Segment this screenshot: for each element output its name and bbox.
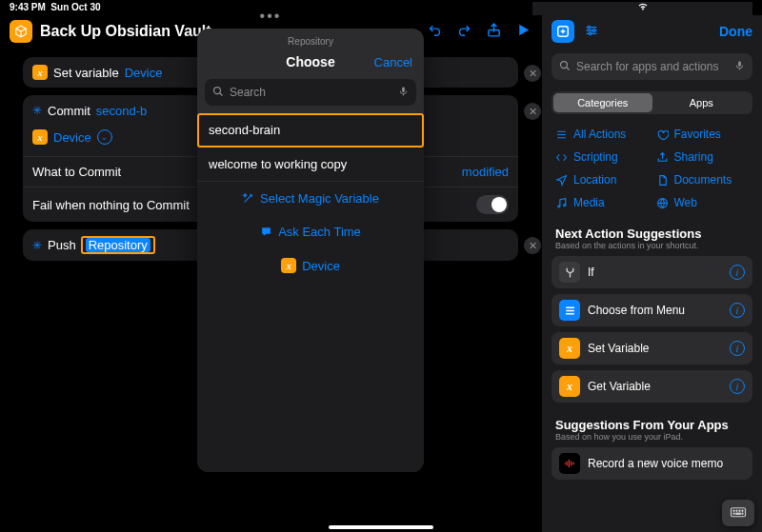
repository-param[interactable]: Repository bbox=[86, 238, 150, 252]
device-param[interactable]: Device bbox=[53, 130, 91, 145]
variable-picker-popover: Repository Choose Cancel second-brain we… bbox=[197, 29, 424, 472]
search-icon bbox=[212, 86, 224, 100]
svg-point-17 bbox=[733, 513, 734, 514]
action-label: Set variable bbox=[53, 66, 119, 80]
svg-point-14 bbox=[736, 510, 737, 511]
svg-point-7 bbox=[561, 61, 568, 68]
mic-icon[interactable] bbox=[398, 85, 409, 101]
status-bar: 9:43 PM Sun Oct 30 81% bbox=[0, 0, 762, 15]
suggestion-get-variable[interactable]: x Get Variable i bbox=[551, 370, 752, 403]
sidebar-header: Done bbox=[542, 15, 762, 48]
svg-rect-12 bbox=[732, 508, 746, 517]
share-button[interactable] bbox=[486, 22, 502, 42]
fail-when-nothing-label: Fail when nothing to Commit bbox=[32, 198, 190, 212]
info-icon[interactable]: i bbox=[730, 303, 745, 318]
svg-point-6 bbox=[589, 32, 592, 35]
voice-memo-icon bbox=[559, 453, 580, 474]
menu-icon bbox=[559, 300, 580, 321]
info-icon[interactable]: i bbox=[730, 265, 745, 280]
home-indicator[interactable] bbox=[329, 525, 433, 529]
search-input[interactable] bbox=[230, 86, 392, 99]
svg-point-9 bbox=[558, 205, 560, 207]
next-suggestions-title: Next Action Suggestions bbox=[542, 221, 762, 241]
undo-button[interactable] bbox=[427, 22, 443, 42]
category-favorites[interactable]: Favorites bbox=[656, 128, 750, 141]
app-suggestions-sub: Based on how you use your iPad. bbox=[542, 432, 762, 447]
remove-action-button[interactable]: ✕ bbox=[524, 65, 541, 82]
select-magic-variable[interactable]: Select Magic Variable bbox=[197, 182, 424, 215]
category-scripting[interactable]: Scripting bbox=[555, 150, 649, 164]
chevron-down-icon[interactable]: ⌄ bbox=[97, 129, 112, 145]
variable-icon: x bbox=[281, 258, 296, 273]
remove-action-button[interactable]: ✕ bbox=[524, 103, 541, 120]
category-all-actions[interactable]: All Actions bbox=[555, 128, 649, 141]
wifi-icon bbox=[637, 2, 649, 12]
svg-point-16 bbox=[742, 510, 743, 511]
svg-point-1 bbox=[214, 87, 221, 93]
category-media[interactable]: Media bbox=[555, 196, 649, 209]
run-button[interactable] bbox=[515, 22, 531, 42]
action-label: Push bbox=[48, 238, 76, 252]
svg-point-18 bbox=[742, 513, 743, 514]
redo-button[interactable] bbox=[456, 22, 472, 42]
tab-categories[interactable]: Categories bbox=[553, 93, 652, 112]
fail-toggle[interactable] bbox=[476, 195, 509, 214]
popover-section: Repository bbox=[197, 29, 424, 47]
repo-option-welcome[interactable]: welcome to working copy bbox=[197, 148, 424, 182]
search-icon bbox=[559, 60, 571, 74]
svg-rect-8 bbox=[738, 61, 741, 66]
filter-button[interactable] bbox=[584, 23, 599, 41]
suggestion-if[interactable]: If i bbox=[551, 256, 752, 288]
working-copy-icon: ✳︎ bbox=[32, 239, 42, 252]
variable-icon: x bbox=[32, 129, 48, 145]
svg-rect-2 bbox=[402, 87, 405, 92]
multitask-dots-icon[interactable]: ••• bbox=[260, 8, 282, 25]
svg-point-4 bbox=[588, 26, 591, 29]
suggestion-voice-memo[interactable]: Record a new voice memo bbox=[551, 447, 752, 480]
info-icon[interactable]: i bbox=[730, 341, 745, 356]
repo-param[interactable]: second-b bbox=[96, 104, 147, 118]
done-button[interactable]: Done bbox=[719, 24, 752, 39]
status-time: 9:43 PM bbox=[10, 2, 46, 12]
what-to-commit-label: What to Commit bbox=[32, 165, 121, 179]
sidebar-search[interactable] bbox=[551, 53, 752, 80]
highlighted-param: Repository bbox=[82, 237, 154, 253]
popover-title: Choose bbox=[286, 54, 334, 69]
svg-point-10 bbox=[564, 204, 566, 206]
device-variable[interactable]: x Device bbox=[197, 248, 424, 283]
cancel-button[interactable]: Cancel bbox=[374, 55, 412, 69]
svg-point-5 bbox=[592, 29, 595, 31]
mic-icon[interactable] bbox=[734, 59, 745, 75]
category-sharing[interactable]: Sharing bbox=[656, 150, 750, 164]
svg-point-15 bbox=[739, 510, 740, 511]
category-documents[interactable]: Documents bbox=[656, 173, 750, 187]
working-copy-icon: ✳︎ bbox=[32, 104, 42, 117]
variable-icon: x bbox=[559, 376, 580, 397]
svg-point-13 bbox=[733, 510, 734, 511]
app-suggestions-title: Suggestions From Your Apps bbox=[542, 412, 762, 432]
remove-action-button[interactable]: ✕ bbox=[524, 237, 541, 254]
branch-icon bbox=[559, 262, 580, 283]
what-to-commit-value[interactable]: modified bbox=[462, 165, 509, 179]
svg-rect-19 bbox=[736, 513, 741, 514]
category-location[interactable]: Location bbox=[555, 173, 649, 187]
repo-option-second-brain[interactable]: second-brain bbox=[197, 113, 424, 148]
info-icon[interactable]: i bbox=[730, 379, 745, 394]
status-date: Sun Oct 30 bbox=[50, 2, 100, 12]
action-label: Commit bbox=[48, 104, 90, 118]
shortcut-app-icon bbox=[10, 20, 32, 43]
keyboard-button[interactable] bbox=[722, 500, 754, 526]
sidebar-search-input[interactable] bbox=[576, 60, 729, 73]
next-suggestions-sub: Based on the actions in your shortcut. bbox=[542, 241, 762, 256]
category-web[interactable]: Web bbox=[656, 196, 750, 209]
variable-param[interactable]: Device bbox=[125, 66, 163, 80]
tab-apps[interactable]: Apps bbox=[652, 93, 752, 112]
variable-icon: x bbox=[32, 65, 48, 80]
suggestion-set-variable[interactable]: x Set Variable i bbox=[551, 332, 752, 365]
ask-each-time[interactable]: Ask Each Time bbox=[197, 215, 424, 248]
suggestion-choose-menu[interactable]: Choose from Menu i bbox=[551, 294, 752, 326]
variable-icon: x bbox=[559, 338, 580, 359]
popover-search[interactable] bbox=[205, 79, 416, 106]
categories-apps-toggle[interactable]: Categories Apps bbox=[551, 91, 752, 114]
add-action-button[interactable] bbox=[551, 20, 574, 43]
